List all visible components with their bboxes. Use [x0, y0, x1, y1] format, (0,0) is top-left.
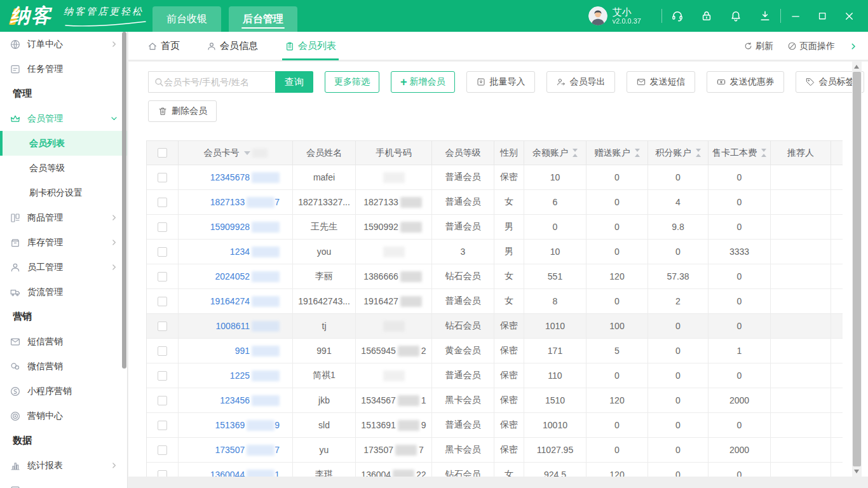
sort-carets-icon[interactable] [573, 149, 578, 157]
member-card-link[interactable]: 7 [275, 197, 280, 207]
member-card-link[interactable]: 12345678 [210, 172, 250, 182]
member-card-link[interactable]: 9 [275, 420, 280, 430]
row-checkbox[interactable] [158, 445, 167, 455]
header-col-gift[interactable]: 赠送账户 [587, 141, 648, 165]
sort-carets-icon[interactable] [635, 149, 640, 157]
sidebar-item-goods-mgmt[interactable]: 商品管理 [0, 205, 127, 230]
sort-down-icon[interactable] [244, 151, 250, 155]
sidebar-item-miniprogram-marketing[interactable]: 小程序营销 [0, 379, 127, 403]
header-col-cut[interactable] [831, 141, 843, 165]
sidebar-item-card-points-setting[interactable]: 刷卡积分设置 [0, 180, 127, 205]
sidebar-item-logistics-mgmt[interactable]: 货流管理 [0, 280, 127, 304]
member-card-link[interactable]: 2024052 [215, 271, 250, 281]
member-card-link[interactable]: 151369 [215, 420, 245, 430]
sidebar-item-partial-bottom-item[interactable] [0, 478, 127, 488]
more-filter-button[interactable]: 更多筛选 [325, 71, 379, 93]
row-checkbox[interactable] [158, 272, 167, 281]
scroll-up-icon[interactable] [854, 65, 859, 69]
row-checkbox[interactable] [158, 470, 167, 477]
send-coupon-button[interactable]: 发送优惠券 [707, 71, 784, 93]
page-ops-button[interactable]: 页面操作 [787, 41, 835, 52]
cell-level: 钻石会员 [432, 264, 494, 289]
row-checkbox[interactable] [158, 173, 167, 182]
cell-gift: 0 [587, 240, 648, 264]
member-card-link[interactable]: 1225 [230, 370, 250, 381]
row-checkbox[interactable] [158, 322, 167, 331]
row-checkbox[interactable] [158, 247, 167, 257]
sidebar-item-marketing-center[interactable]: 营销中心 [0, 403, 127, 428]
close-button[interactable] [843, 10, 855, 22]
topbar-tab-backend-manage[interactable]: 后台管理 [229, 6, 297, 32]
member-card-link[interactable]: 1234 [230, 247, 250, 257]
lock-button[interactable] [700, 10, 713, 22]
cell-fee: 0 [709, 363, 771, 388]
member-card-link[interactable]: 19164274 [210, 296, 250, 306]
member-card-link[interactable]: 1 [275, 470, 280, 477]
action-label: 页面操作 [799, 41, 835, 52]
member-card-link[interactable]: 173507 [215, 445, 245, 455]
sidebar-scrollbar[interactable] [122, 32, 126, 369]
delete-member-button[interactable]: 删除会员 [148, 100, 217, 122]
row-checkbox[interactable] [158, 371, 167, 381]
main-scrollbar[interactable] [852, 62, 862, 477]
member-card-link[interactable]: 123456 [220, 395, 250, 405]
sidebar-item-inventory-mgmt[interactable]: 库存管理 [0, 230, 127, 255]
select-all-checkbox[interactable] [158, 148, 167, 158]
sidebar-item-sms-marketing[interactable]: 短信营销 [0, 329, 127, 354]
redaction-patch [398, 420, 419, 431]
headset-button[interactable] [671, 10, 684, 22]
header-col-points[interactable]: 积分账户 [648, 141, 709, 165]
cell-fee: 2000 [709, 438, 771, 463]
tab-member-list[interactable]: 会员列表 [285, 32, 336, 60]
member-card-link[interactable]: 991 [235, 346, 250, 356]
member-card-link[interactable]: 7 [275, 445, 280, 455]
send-sms-button[interactable]: 发送短信 [627, 71, 695, 93]
member-search-input[interactable] [164, 77, 264, 87]
row-checkbox[interactable] [158, 198, 167, 207]
sidebar-item-member-level[interactable]: 会员等级 [0, 156, 127, 180]
sidebar-item-stats-report[interactable]: 统计报表 [0, 453, 127, 478]
member-card-link[interactable]: 15909928 [210, 222, 250, 232]
sidebar-item-member-list[interactable]: 会员列表 [0, 131, 127, 156]
bell-button[interactable] [729, 10, 742, 22]
download-button[interactable] [759, 10, 771, 22]
tab-home[interactable]: 首页 [147, 32, 180, 60]
member-card-link[interactable]: 1008611 [216, 321, 250, 331]
cell-cut [831, 289, 843, 314]
member-export-button[interactable]: 会员导出 [546, 71, 615, 93]
cell-cut [831, 363, 843, 388]
topbar-tab-frontend-cashier[interactable]: 前台收银 [153, 6, 221, 32]
member-card-link[interactable]: 1827133 [210, 197, 245, 207]
row-checkbox[interactable] [158, 297, 167, 306]
scroll-down-icon[interactable] [854, 470, 859, 473]
cell-fee: 0 [709, 289, 771, 314]
scrollbar-thumb[interactable] [853, 72, 861, 466]
header-col-fee[interactable]: 售卡工本费 [709, 141, 771, 165]
header-col-card-no[interactable]: 会员卡号 [179, 141, 293, 165]
maximize-button[interactable] [817, 11, 828, 22]
cell-cut [831, 438, 843, 463]
sidebar-item-task-mgmt[interactable]: 任务管理 [0, 57, 127, 81]
sort-carets-icon[interactable] [761, 149, 766, 157]
sort-carets-icon[interactable] [696, 149, 701, 157]
batch-import-button[interactable]: 批量导入 [466, 71, 535, 93]
row-checkbox[interactable] [158, 396, 167, 405]
cell-gift: 0 [587, 165, 648, 190]
collapse-button[interactable] [849, 42, 858, 51]
user-block[interactable]: 艾小 v2.0.0.37 [588, 6, 641, 25]
sidebar-item-staff-mgmt[interactable]: 员工管理 [0, 255, 127, 280]
sidebar-item-member-mgmt[interactable]: 会员管理 [0, 106, 127, 131]
sidebar-item-order-center[interactable]: 订单中心 [0, 32, 127, 57]
search-button[interactable]: 查询 [275, 71, 313, 93]
add-member-button[interactable]: +新增会员 [391, 71, 455, 93]
refresh-button[interactable]: 刷新 [743, 41, 773, 52]
import-wrap [476, 77, 486, 87]
row-checkbox[interactable] [158, 421, 167, 430]
sidebar-item-wechat-marketing[interactable]: 微信营销 [0, 354, 127, 379]
row-checkbox[interactable] [158, 222, 167, 232]
member-card-link[interactable]: 1360044 [210, 470, 245, 477]
header-col-balance[interactable]: 余额账户 [524, 141, 587, 165]
minimize-button[interactable] [790, 10, 802, 22]
row-checkbox[interactable] [158, 346, 167, 356]
tab-member-info[interactable]: 会员信息 [207, 32, 258, 60]
